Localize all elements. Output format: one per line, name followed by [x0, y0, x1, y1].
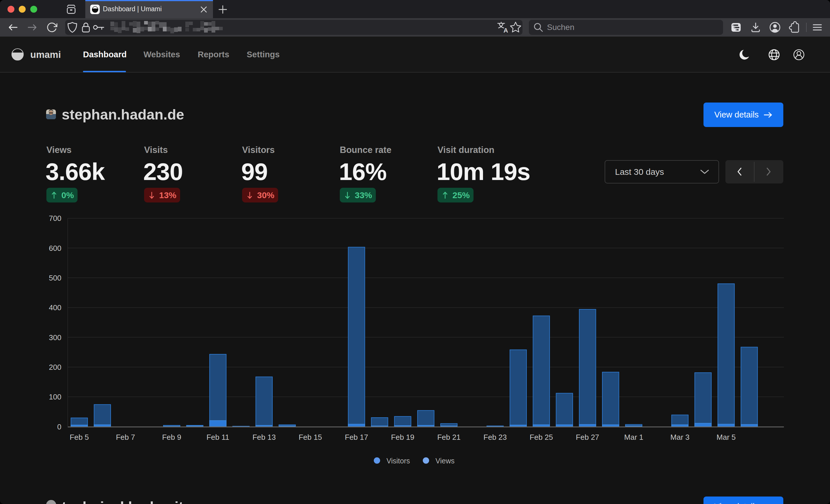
svg-text:Mar 1: Mar 1	[624, 433, 643, 441]
svg-text:A: A	[504, 27, 508, 34]
svg-text:600: 600	[49, 244, 61, 253]
svg-text:Feb 25: Feb 25	[530, 433, 553, 441]
svg-text:Mar 3: Mar 3	[670, 433, 689, 441]
svg-text:Feb 5: Feb 5	[70, 433, 89, 441]
svg-text:Feb 13: Feb 13	[252, 433, 276, 441]
svg-text:Feb 19: Feb 19	[391, 433, 414, 441]
svg-text:Feb 11: Feb 11	[206, 433, 229, 441]
svg-text:Feb 7: Feb 7	[116, 433, 135, 441]
svg-text:700: 700	[49, 214, 61, 223]
svg-text:Feb 21: Feb 21	[437, 433, 460, 441]
svg-text:200: 200	[49, 363, 61, 372]
svg-text:0: 0	[57, 423, 61, 431]
svg-text:500: 500	[49, 274, 61, 282]
svg-text:Feb 9: Feb 9	[162, 433, 181, 441]
svg-text:Feb 17: Feb 17	[345, 433, 368, 441]
svg-text:Visitors: Visitors	[386, 457, 410, 465]
svg-text:Feb 23: Feb 23	[484, 433, 507, 441]
svg-text:Mar 5: Mar 5	[716, 433, 735, 441]
svg-text:Feb 27: Feb 27	[576, 433, 599, 441]
svg-text:Feb 15: Feb 15	[298, 433, 322, 441]
svg-text:Views: Views	[436, 457, 454, 465]
svg-text:300: 300	[49, 333, 61, 342]
svg-text:100: 100	[49, 393, 61, 401]
svg-text:400: 400	[49, 303, 61, 312]
